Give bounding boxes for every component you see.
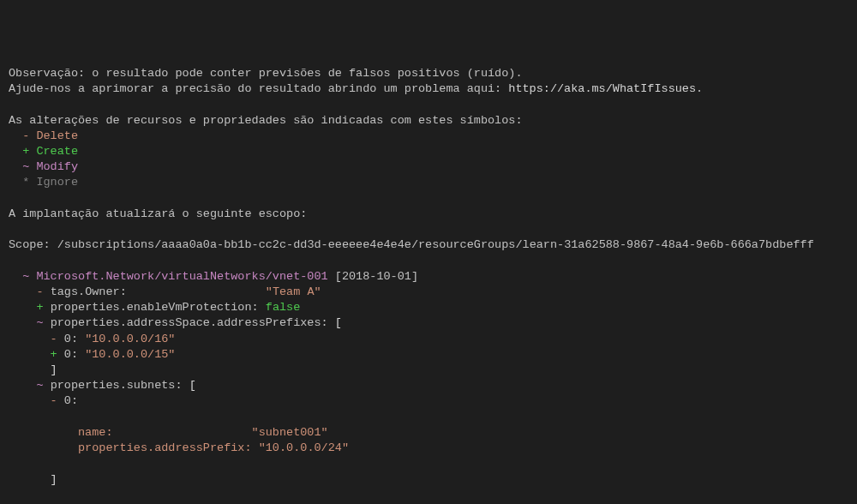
note-line2-post: . (696, 82, 703, 95)
note-line2-pre: Ajude-nos a aprimorar a precisão do resu… (9, 82, 508, 95)
scope-intro: A implantação atualizará o seguinte esco… (9, 207, 307, 220)
create-vmprot-symbol: + (36, 301, 43, 314)
create-vmprot-key: properties.enableVmProtection: (51, 301, 259, 314)
create-vmprot-value: false (266, 301, 301, 314)
note-line1: Observação: o resultado pode conter prev… (9, 67, 523, 80)
addrprefix-new-key: 0: (64, 348, 78, 361)
subnets-key: properties.subnets: (51, 379, 183, 392)
delete-tags-symbol: - (36, 285, 43, 298)
legend-modify-symbol: ~ (22, 160, 29, 173)
delete-tags-value: "Team A" (266, 285, 321, 298)
modify-addrprefix-symbol: ~ (36, 316, 43, 329)
addrprefix-old-value: "10.0.0.0/16" (85, 333, 175, 345)
subnet-prefix-key: properties.addressPrefix: (78, 441, 252, 454)
addrprefix-new-symbol: + (51, 348, 57, 361)
addrprefix-old-symbol: - (51, 333, 57, 345)
addrprefix-new-value: "10.0.0.0/15" (85, 348, 175, 361)
subnets-bracket: [ (189, 379, 196, 392)
subnet-name-key: name: (78, 426, 113, 439)
scope-path-pre: /subscriptions/ (57, 238, 162, 251)
scope-path-mid: /resourceGroups/ (411, 238, 523, 251)
legend-create-symbol: + (22, 145, 29, 158)
legend-ignore-symbol: * (22, 176, 29, 189)
scope-resource-group: learn-31a62588-9867-48a4-9e6b-666a7bdbef… (523, 238, 814, 251)
subnet-index-key: 0: (64, 394, 78, 407)
legend-modify-label: Modify (36, 160, 78, 173)
modify-api-version: [2018-10-01] (335, 270, 418, 283)
legend-ignore-label: Ignore (36, 176, 78, 189)
modify-addrprefix-bracket: [ (335, 316, 342, 329)
legend-intro: As alterações de recursos e propriedades… (9, 114, 523, 127)
scope-label: Scope: (9, 238, 57, 251)
addrprefix-close: ] (51, 363, 57, 376)
addrprefix-old-key: 0: (64, 333, 78, 345)
scope-subscription-id: aaaa0a0a-bb1b-cc2c-dd3d-eeeeee4e4e4e (161, 238, 411, 251)
subnet-name-value: "subnet001" (252, 426, 328, 439)
legend-delete-label: Delete (36, 129, 78, 142)
issues-url[interactable]: https://aka.ms/WhatIfIssues (508, 82, 696, 95)
subnet-prefix-value: "10.0.0.0/24" (259, 441, 349, 454)
modify-addrprefix-key: properties.addressSpace.addressPrefixes: (51, 316, 328, 329)
subnet-index-symbol: - (51, 394, 57, 407)
delete-tags-key: tags.Owner: (51, 285, 127, 298)
subnets-close: ] (51, 473, 57, 486)
terminal-output: Observação: o resultado pode conter prev… (9, 66, 848, 504)
subnets-symbol: ~ (36, 379, 43, 392)
legend-create-label: Create (36, 145, 78, 158)
modify-symbol: ~ (22, 270, 29, 283)
modify-resource-name: Microsoft.Network/virtualNetworks/vnet-0… (36, 270, 327, 283)
legend-delete-symbol: - (22, 129, 29, 142)
